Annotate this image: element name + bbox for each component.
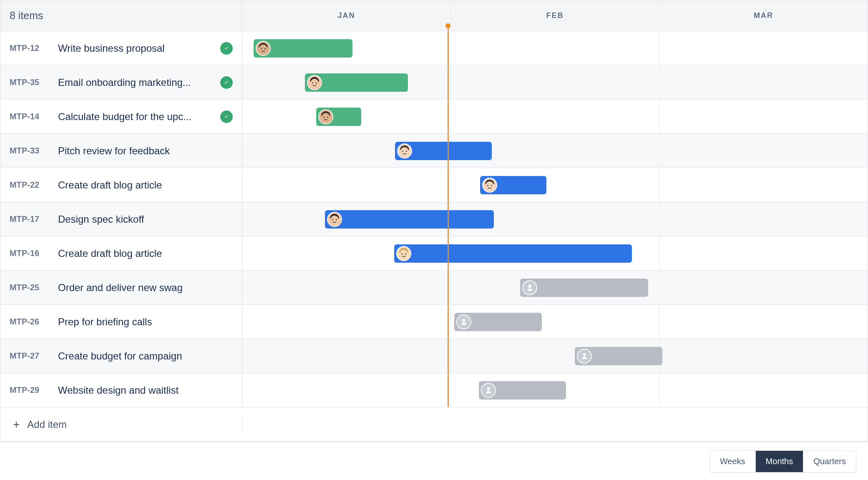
zoom-option-months[interactable]: Months [755, 451, 803, 472]
month-column: FEB [450, 0, 659, 31]
today-marker [448, 271, 449, 304]
issue-summary-cell[interactable]: MTP-26Prep for briefing calls [0, 305, 242, 339]
issue-key: MTP-16 [10, 249, 50, 258]
svg-point-11 [406, 151, 407, 152]
issue-title: Website design and waitlist [58, 385, 233, 396]
gantt-bar[interactable] [575, 347, 662, 365]
gantt-bar[interactable] [316, 108, 361, 126]
plus-icon: + [13, 419, 20, 430]
issue-row[interactable]: MTP-17Design spec kickoff [0, 202, 868, 236]
issue-title: Order and deliver new swag [58, 282, 233, 294]
grid-lines [242, 339, 868, 373]
issue-row[interactable]: MTP-16Create draft blog article [0, 236, 868, 271]
timeline-cell[interactable] [242, 305, 868, 339]
issue-summary-cell[interactable]: MTP-25Order and deliver new swag [0, 271, 242, 304]
issue-row[interactable]: MTP-33Pitch review for feedback [0, 134, 868, 168]
issue-key: MTP-27 [10, 351, 50, 361]
gantt-bar[interactable] [254, 39, 352, 58]
today-marker [448, 305, 449, 339]
today-marker [448, 31, 449, 65]
issue-summary-cell[interactable]: MTP-27Create budget for campaign [0, 339, 242, 373]
issue-key: MTP-35 [10, 78, 50, 87]
unassigned-avatar-icon[interactable] [481, 383, 496, 398]
issue-row[interactable]: MTP-27Create budget for campaign [0, 339, 868, 373]
today-marker [448, 65, 449, 99]
zoom-segmented-control: WeeksMonthsQuarters [709, 450, 856, 472]
issue-summary-cell[interactable]: MTP-16Create draft blog article [0, 236, 242, 270]
timeline-cell[interactable] [242, 202, 868, 236]
status-done-icon [220, 42, 233, 55]
issue-title: Write business proposal [58, 43, 213, 54]
roadmap-container: 8 items JANFEBMAR MTP-12Write business p… [0, 0, 868, 442]
issue-summary-cell[interactable]: MTP-33Pitch review for feedback [0, 134, 242, 168]
svg-point-16 [332, 219, 333, 220]
gantt-bar[interactable] [479, 381, 566, 400]
issue-title: Prep for briefing calls [58, 316, 233, 328]
timeline-cell[interactable] [242, 168, 868, 202]
issue-row[interactable]: MTP-25Order and deliver new swag [0, 271, 868, 305]
svg-point-1 [261, 48, 262, 49]
add-item-button[interactable]: + Add item [0, 419, 242, 430]
status-done-icon [220, 111, 233, 123]
issue-summary-cell[interactable]: MTP-14Calculate budget for the upc... [0, 100, 242, 133]
issue-summary-cell[interactable]: MTP-35Email onboarding marketing... [0, 65, 242, 99]
svg-point-7 [323, 116, 325, 118]
assignee-avatar[interactable] [318, 109, 333, 124]
timeline-cell[interactable] [242, 373, 868, 407]
timeline-cell[interactable] [242, 65, 868, 99]
svg-point-10 [402, 151, 403, 152]
assignee-avatar[interactable] [256, 41, 271, 56]
status-done-icon [220, 76, 233, 89]
timeline-cell[interactable] [242, 271, 868, 304]
issue-row[interactable]: MTP-26Prep for briefing calls [0, 305, 868, 339]
issue-key: MTP-25 [10, 283, 50, 292]
issue-summary-cell[interactable]: MTP-22Create draft blog article [0, 168, 242, 202]
issue-key: MTP-12 [10, 43, 50, 53]
svg-point-14 [491, 185, 492, 186]
gantt-bar[interactable] [325, 210, 494, 229]
assignee-avatar[interactable] [482, 178, 497, 193]
issue-title: Design spec kickoff [58, 214, 233, 225]
today-marker [448, 339, 449, 373]
unassigned-avatar-icon[interactable] [577, 349, 592, 364]
zoom-option-quarters[interactable]: Quarters [803, 451, 856, 472]
svg-point-8 [327, 116, 328, 118]
timeline-cell[interactable] [242, 100, 868, 133]
timeline-cell[interactable] [242, 339, 868, 373]
issue-key: MTP-17 [10, 214, 50, 224]
zoom-option-weeks[interactable]: Weeks [710, 451, 755, 472]
issue-title: Create budget for campaign [58, 350, 233, 362]
issue-summary-cell[interactable]: MTP-12Write business proposal [0, 31, 242, 65]
issue-summary-cell[interactable]: MTP-29Website design and waitlist [0, 373, 242, 407]
assignee-avatar[interactable] [307, 75, 322, 90]
add-item-row: + Add item [0, 407, 868, 442]
gantt-bar[interactable] [520, 279, 648, 297]
issue-row[interactable]: MTP-12Write business proposal [0, 31, 868, 65]
timeline-cell[interactable] [242, 236, 868, 270]
issue-row[interactable]: MTP-22Create draft blog article [0, 168, 868, 202]
timeline-cell[interactable] [242, 31, 868, 65]
timeline-cell[interactable] [242, 134, 868, 168]
issue-summary-cell[interactable]: MTP-17Design spec kickoff [0, 202, 242, 236]
today-marker [448, 373, 449, 407]
unassigned-avatar-icon[interactable] [522, 280, 537, 295]
issue-row[interactable]: MTP-14Calculate budget for the upc... [0, 100, 868, 134]
gantt-bar[interactable] [480, 176, 546, 194]
issue-row[interactable]: MTP-29Website design and waitlist [0, 373, 868, 407]
issue-row[interactable]: MTP-35Email onboarding marketing... [0, 65, 868, 100]
gantt-bar[interactable] [454, 313, 542, 331]
svg-point-13 [487, 185, 488, 186]
gantt-bar[interactable] [395, 142, 492, 160]
issue-key: MTP-26 [10, 317, 50, 327]
assignee-avatar[interactable] [397, 143, 412, 158]
month-column: JAN [242, 0, 450, 31]
svg-point-2 [264, 48, 266, 49]
assignee-avatar[interactable] [327, 212, 342, 227]
unassigned-avatar-icon[interactable] [456, 314, 471, 329]
issue-title: Calculate budget for the upc... [58, 111, 213, 123]
assignee-avatar[interactable] [396, 246, 411, 261]
grid-lines [242, 305, 868, 339]
svg-point-4 [312, 82, 313, 83]
gantt-bar[interactable] [394, 244, 632, 263]
gantt-bar[interactable] [305, 73, 408, 92]
